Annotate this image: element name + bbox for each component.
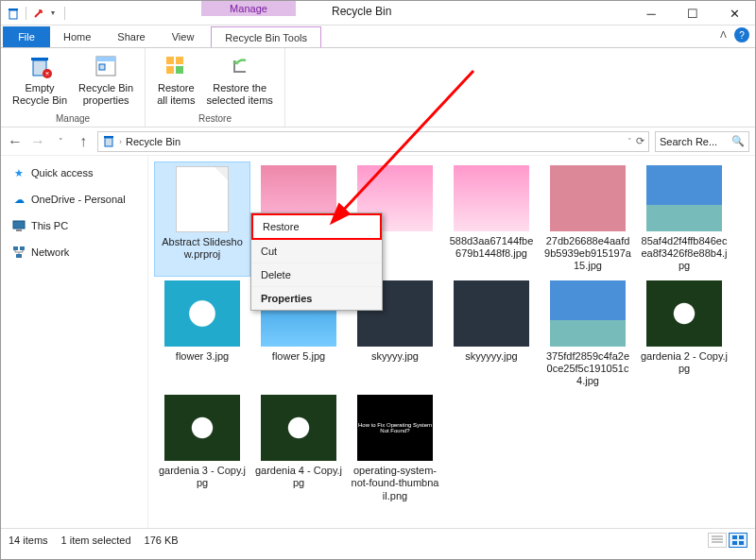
address-bar[interactable]: › Recycle Bin ˅ ⟳ [97, 131, 649, 152]
restore-selected-icon [226, 52, 254, 80]
thumbnail [550, 280, 626, 347]
ribbon: Empty Recycle Bin Recycle Bin properties… [1, 48, 755, 127]
file-item[interactable]: Abstract Slideshow.prproj [154, 161, 250, 277]
sidebar-item-this-pc[interactable]: This PC [5, 216, 144, 235]
file-item[interactable]: 85af4d2f4ffb846ecea8f3426f8e88b4.jpg [636, 161, 732, 277]
title-bar: ▾ Manage Recycle Bin ─ ☐ ✕ [1, 1, 755, 25]
search-icon: 🔍 [731, 135, 745, 147]
file-name: Abstract Slideshow.prproj [159, 236, 246, 261]
file-name: 85af4d2f4ffb846ecea8f3426f8e88b4.jpg [640, 235, 729, 273]
properties-icon[interactable] [32, 7, 45, 20]
svg-rect-0 [9, 10, 17, 19]
svg-rect-11 [176, 66, 183, 74]
svg-rect-6 [96, 57, 115, 61]
view-tab[interactable]: View [159, 26, 208, 47]
file-item[interactable]: skyyyyy.jpg [443, 277, 540, 392]
context-menu-cut[interactable]: Cut [251, 240, 382, 263]
item-count: 14 items [9, 535, 48, 546]
svg-rect-20 [732, 535, 737, 539]
recycle-bin-icon[interactable] [7, 7, 20, 20]
details-view-button[interactable] [708, 533, 727, 548]
svg-rect-3 [31, 58, 48, 60]
properties-icon [92, 52, 120, 80]
file-name: gardenia 2 - Copy.jpg [640, 350, 729, 375]
context-menu-delete[interactable]: Delete [251, 263, 382, 287]
restore-selected-label: Restore the selected items [207, 82, 273, 107]
status-bar: 14 items 1 item selected 176 KB [1, 528, 755, 551]
file-item[interactable]: flower 3.jpg [154, 277, 250, 392]
selected-size: 176 KB [145, 535, 179, 546]
file-name: gardenia 4 - Copy.jpg [254, 465, 343, 489]
file-item[interactable]: 588d3aa67144fbe679b1448f8.jpg [443, 161, 540, 277]
view-switcher [708, 533, 747, 548]
file-item[interactable]: gardenia 4 - Copy.jpg [250, 391, 347, 506]
file-name: skyyyy.jpg [371, 350, 419, 363]
svg-rect-8 [166, 57, 174, 64]
help-icon[interactable]: ? [734, 27, 749, 42]
address-dropdown-icon[interactable]: ˅ [627, 137, 632, 146]
empty-recycle-bin-button[interactable]: Empty Recycle Bin [7, 50, 73, 112]
context-menu-restore[interactable]: Restore [251, 213, 382, 240]
svg-rect-22 [732, 541, 737, 545]
window-title: Recycle Bin [332, 5, 391, 18]
file-item[interactable]: 27db26688e4aafd9b5939eb915197a15.jpg [540, 161, 636, 277]
thumbnail: How to Fix Operating System Not Found? [357, 395, 433, 461]
share-tab[interactable]: Share [104, 26, 158, 47]
home-tab[interactable]: Home [50, 26, 104, 47]
window-controls: ─ ☐ ✕ [630, 1, 755, 25]
selected-count: 1 item selected [61, 535, 131, 546]
file-item[interactable]: How to Fix Operating System Not Found?op… [347, 391, 443, 506]
svg-rect-9 [176, 57, 183, 64]
thumbnails-view-button[interactable] [729, 533, 747, 548]
recent-dropdown-icon[interactable]: ˅ [52, 133, 69, 150]
thumbnail [646, 165, 722, 231]
restore-selected-button[interactable]: Restore the selected items [201, 50, 279, 112]
qat-dropdown-icon[interactable]: ▾ [51, 8, 59, 17]
forward-button[interactable]: → [29, 133, 46, 150]
recycle-bin-tools-tab[interactable]: Recycle Bin Tools [211, 26, 321, 47]
file-item[interactable]: 375fdf2859c4fa2e0ce25f5c191051c4.jpg [540, 277, 636, 392]
svg-rect-23 [739, 541, 744, 545]
network-icon [12, 246, 26, 259]
properties-label: Recycle Bin properties [78, 82, 133, 107]
collapse-ribbon-icon[interactable]: ᐱ [720, 29, 727, 40]
file-tab[interactable]: File [3, 26, 50, 47]
svg-rect-10 [166, 66, 174, 74]
recycle-bin-icon [102, 134, 115, 149]
breadcrumb-location[interactable]: Recycle Bin [126, 136, 180, 147]
svg-rect-21 [739, 535, 744, 539]
thumbnail [454, 165, 529, 231]
context-menu-properties[interactable]: Properties [251, 287, 382, 310]
sidebar-item-label: This PC [31, 220, 68, 231]
svg-rect-15 [16, 229, 22, 231]
back-button[interactable]: ← [7, 133, 24, 150]
svg-rect-14 [13, 221, 25, 229]
file-name: 27db26688e4aafd9b5939eb915197a15.jpg [543, 235, 632, 273]
sidebar-item-quick-access[interactable]: ★ Quick access [5, 163, 144, 182]
sidebar-item-label: Quick access [31, 167, 93, 178]
maximize-button[interactable]: ☐ [672, 1, 713, 25]
recycle-bin-properties-button[interactable]: Recycle Bin properties [73, 50, 139, 112]
up-button[interactable]: ↑ [75, 133, 92, 150]
breadcrumb-separator[interactable]: › [119, 137, 122, 146]
file-name: skyyyyy.jpg [465, 350, 517, 363]
sidebar-item-label: Network [31, 246, 69, 258]
refresh-icon[interactable]: ⟳ [636, 135, 644, 147]
search-input[interactable]: Search Re... 🔍 [655, 131, 749, 152]
file-view[interactable]: Abstract Slideshow.prproj588d3aa67144fbe… [148, 156, 755, 528]
file-name: gardenia 3 - Copy.jpg [158, 465, 247, 489]
file-item[interactable]: gardenia 2 - Copy.jpg [636, 277, 732, 392]
sidebar-item-network[interactable]: Network [5, 243, 144, 262]
restore-all-button[interactable]: Restore all items [151, 50, 200, 112]
file-item[interactable]: gardenia 3 - Copy.jpg [154, 391, 250, 506]
svg-rect-7 [99, 64, 105, 70]
file-name: flower 3.jpg [176, 350, 229, 363]
thumbnail [164, 280, 240, 347]
quick-access-toolbar: ▾ [1, 7, 71, 20]
close-button[interactable]: ✕ [713, 1, 755, 25]
file-name: 375fdf2859c4fa2e0ce25f5c191051c4.jpg [543, 350, 632, 388]
minimize-button[interactable]: ─ [630, 1, 672, 25]
ribbon-group-manage: Empty Recycle Bin Recycle Bin properties… [1, 48, 146, 127]
sidebar-item-onedrive[interactable]: ☁ OneDrive - Personal [5, 190, 144, 209]
thumbnail [550, 165, 626, 231]
